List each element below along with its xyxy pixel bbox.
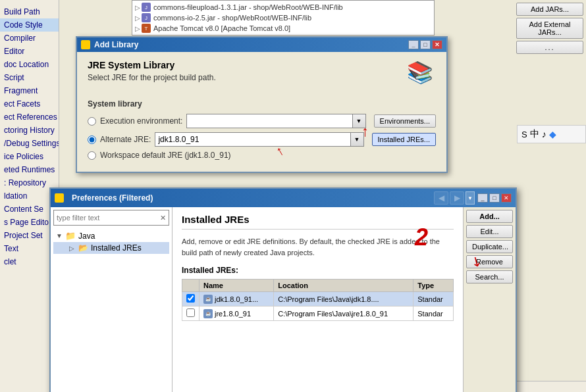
nav-dropdown[interactable]: ▼: [466, 191, 475, 205]
pref-minimize-button[interactable]: _: [477, 193, 488, 203]
file-name: commons-fileupload-1.3.1.jar - shop/WebR…: [153, 3, 343, 11]
minimize-button[interactable]: _: [408, 40, 419, 49]
preferences-dialog: Preferences (Filtered) ◀ ▶ ▼ _ □ ✕ ✕ ▼: [49, 187, 517, 392]
edit-button[interactable]: Edit...: [466, 225, 513, 238]
jre-table: Name Location Type ☕ jdk1.8.0_91...: [182, 279, 454, 321]
pref-right-buttons: Add... Edit... Duplicate... Remove Searc…: [463, 207, 516, 392]
alternate-jre-label: Alternate JRE:: [100, 135, 151, 144]
list-item: ▷ J commons-io-2.5.jar - shop/WebRoot/WE…: [132, 12, 434, 23]
installed-jres-button[interactable]: Installed JREs...: [372, 133, 436, 146]
dialog-header: JRE System Library Select JRE for the pr…: [88, 60, 436, 91]
tree-leaf-icon: ▷: [69, 245, 77, 252]
table-header-type: Type: [413, 280, 454, 292]
workspace-jre-row: Workspace default JRE (jdk1.8.0_91): [88, 151, 436, 160]
add-button[interactable]: Add...: [466, 210, 513, 223]
add-library-dialog: Add Library _ □ ✕ JRE System Library Sel…: [76, 36, 448, 173]
tree-installed-jres-label: Installed JREs: [91, 243, 142, 253]
installed-jres-label: Installed JREs:: [182, 266, 454, 275]
sidebar-item-editor[interactable]: Editor: [0, 45, 59, 58]
dialog-icon: [81, 40, 90, 49]
sidebar-item-build-path[interactable]: Build Path: [0, 5, 59, 18]
jre2-name: jre1.8.0_91: [215, 310, 251, 318]
file-list: ▷ J commons-fileupload-1.3.1.jar - shop/…: [132, 0, 435, 36]
system-library-label: System library: [88, 99, 436, 109]
nav-buttons: ◀ ▶ ▼: [434, 191, 475, 205]
sidebar-item-ctoring-history[interactable]: ctoring History: [0, 124, 59, 137]
file-name: Apache Tomcat v8.0 [Apache Tomcat v8.0]: [153, 24, 290, 32]
search-button[interactable]: Search...: [466, 270, 513, 283]
sidebar-item-compiler[interactable]: Compiler: [0, 32, 59, 45]
execution-env-radio[interactable]: [88, 117, 96, 126]
jre-folder-icon: 📂: [78, 243, 88, 253]
tree-item-installed-jres[interactable]: ▷ 📂 Installed JREs: [53, 242, 169, 254]
alternate-jre-combo: ▼: [155, 132, 363, 147]
filter-clear-icon[interactable]: ✕: [157, 212, 169, 224]
pref-description: Add, remove or edit JRE definitions. By …: [182, 236, 454, 258]
books-icon: 📚: [404, 60, 436, 91]
tree-java-label: Java: [78, 232, 95, 241]
preferences-title: Preferences (Filtered): [72, 193, 153, 203]
table-row[interactable]: ☕ jre1.8.0_91 C:\Program Files\Java\jre1…: [182, 306, 454, 321]
alternate-jre-input[interactable]: [155, 132, 350, 147]
jre-library-heading: JRE System Library: [88, 60, 216, 70]
sidebar-item-fragment[interactable]: Fragment: [0, 84, 59, 97]
execution-env-label: Execution environment:: [100, 116, 182, 126]
folder-icon: 📁: [65, 231, 76, 241]
jre-checkbox[interactable]: [186, 294, 195, 303]
jre-checkbox-cell[interactable]: [182, 292, 200, 306]
sidebar-item-ect-facets[interactable]: ect Facets: [0, 97, 59, 110]
pref-maximize-button[interactable]: □: [489, 193, 500, 203]
sidebar-item-script[interactable]: Script: [0, 71, 59, 84]
sougou-chinese: 中: [530, 128, 539, 140]
tree-item-java[interactable]: ▼ 📁 Java: [53, 230, 169, 242]
filter-box[interactable]: ✕: [53, 210, 169, 226]
jre2-checkbox-cell[interactable]: [182, 306, 200, 321]
add-jars-button[interactable]: Add JARs...: [516, 3, 583, 16]
alternate-jre-dropdown[interactable]: ▼: [351, 132, 364, 147]
workspace-jre-radio[interactable]: [88, 151, 96, 160]
table-header-check: [182, 280, 200, 292]
sidebar-item-debug-settings[interactable]: /Debug Settings: [0, 137, 59, 150]
close-button[interactable]: ✕: [432, 40, 442, 49]
jar-icon: J: [142, 13, 151, 22]
sidebar-item-ice-policies[interactable]: ice Policies: [0, 150, 59, 163]
jre-name-cell: ☕ jdk1.8.0_91...: [200, 292, 274, 306]
sougou-music: ♪: [542, 129, 546, 139]
remove-button[interactable]: Remove: [466, 255, 513, 268]
filter-input[interactable]: [54, 212, 157, 223]
pref-dialog-icon: [55, 193, 64, 203]
installed-jres-heading: Installed JREs: [182, 214, 454, 230]
preferences-title-left: Preferences (Filtered): [55, 193, 153, 203]
sidebar-item-ect-references[interactable]: ect References: [0, 110, 59, 124]
preferences-body: ✕ ▼ 📁 Java ▷ 📂 Installed JREs Installed …: [51, 207, 516, 392]
jre-icon: ☕: [203, 295, 213, 304]
jre-name-icon-wrapper: ☕ jdk1.8.0_91...: [203, 295, 258, 304]
right-buttons-panel: Add JARs... Add External JARs... ...: [514, 0, 586, 57]
jre2-checkbox[interactable]: [186, 308, 195, 317]
pref-main-panel: Installed JREs Add, remove or edit JRE d…: [173, 207, 463, 392]
sidebar-item-doc-location[interactable]: doc Location: [0, 58, 59, 71]
jre2-type-cell: Standar: [413, 306, 454, 321]
alternate-jre-radio[interactable]: [88, 135, 96, 144]
table-row[interactable]: ☕ jdk1.8.0_91... C:\Program Files\Java\j…: [182, 292, 454, 306]
tomcat-icon: T: [142, 24, 151, 33]
other-button[interactable]: ...: [516, 41, 583, 54]
sidebar-item-eted-runtimes[interactable]: eted Runtimes: [0, 163, 59, 176]
duplicate-button[interactable]: Duplicate...: [466, 240, 513, 253]
maximize-button[interactable]: □: [420, 40, 431, 49]
add-external-jars-button[interactable]: Add External JARs...: [516, 18, 583, 39]
execution-env-dropdown[interactable]: ▼: [353, 114, 366, 128]
jre-location-cell: C:\Program Files\Java\jdk1.8....: [274, 292, 413, 306]
file-name: commons-io-2.5.jar - shop/WebRoot/WEB-IN…: [153, 14, 311, 22]
sidebar-item-code-style[interactable]: Code Style: [0, 18, 59, 32]
pref-close-button[interactable]: ✕: [501, 193, 512, 203]
environments-button[interactable]: Environments...: [374, 114, 436, 128]
execution-env-input[interactable]: [186, 114, 352, 128]
titlebar-controls: _ □ ✕: [408, 40, 442, 49]
back-button[interactable]: ◀: [434, 191, 448, 205]
sougou-label: S: [521, 130, 527, 139]
add-library-title: Add Library: [94, 40, 138, 49]
expand-arrow-icon: ▷: [135, 4, 140, 11]
execution-env-row: Execution environment: ▼ Environments...: [88, 114, 436, 128]
forward-button[interactable]: ▶: [450, 191, 464, 205]
